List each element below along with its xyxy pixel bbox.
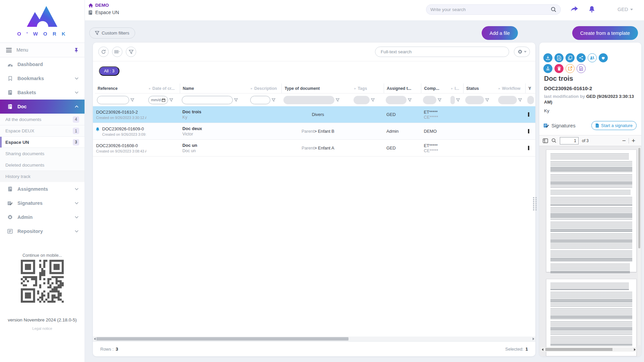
panel-resize-handle[interactable] bbox=[533, 197, 537, 210]
filter-tags-input[interactable] bbox=[354, 96, 370, 104]
breadcrumb-space[interactable]: Espace UN bbox=[88, 10, 119, 15]
sidebar-item-bookmarks[interactable]: Bookmarks bbox=[0, 71, 85, 85]
filter-icon[interactable] bbox=[371, 98, 375, 102]
create-from-template-button[interactable]: Create from a template bbox=[572, 26, 638, 40]
pin-icon[interactable] bbox=[74, 48, 78, 53]
download-button[interactable] bbox=[543, 53, 552, 62]
filter-company-input[interactable] bbox=[423, 96, 436, 104]
table-horizontal-scrollbar[interactable] bbox=[93, 337, 535, 341]
filter-i-input[interactable] bbox=[450, 96, 455, 104]
scroll-left-arrow[interactable] bbox=[94, 338, 96, 340]
pdf-search-icon[interactable] bbox=[551, 138, 556, 143]
filter-icon[interactable] bbox=[485, 98, 489, 102]
sidebar-item-doc[interactable]: Doc bbox=[0, 100, 85, 114]
column-header-type[interactable]: Type of document bbox=[281, 83, 352, 93]
filter-icon[interactable] bbox=[438, 98, 441, 102]
pdf-vertical-scrollbar[interactable] bbox=[638, 147, 641, 345]
sidebar-item-history-track[interactable]: History track bbox=[0, 171, 85, 182]
sidebar-toggle-icon[interactable] bbox=[543, 138, 548, 143]
filter-icon[interactable] bbox=[518, 98, 522, 102]
sidebar-item-baskets[interactable]: Baskets bbox=[0, 85, 85, 100]
filter-icon[interactable] bbox=[130, 98, 134, 102]
filter-date-input[interactable]: mm/d bbox=[148, 96, 168, 104]
filter-workflow-input[interactable] bbox=[498, 96, 517, 104]
sidebar-item-assignments[interactable]: Assignments bbox=[0, 182, 85, 196]
columns-button[interactable] bbox=[112, 47, 122, 57]
scroll-left-arrow[interactable] bbox=[542, 348, 543, 351]
global-search-input[interactable] bbox=[430, 7, 551, 12]
sidebar-item-repository[interactable]: Repository bbox=[0, 224, 85, 238]
filter-icon[interactable] bbox=[456, 98, 460, 102]
table-filter-button[interactable] bbox=[126, 47, 136, 57]
menu-toggle[interactable]: Menu bbox=[0, 43, 85, 57]
table-row[interactable]: DOC230926-01610-2 Created on 9/26/2023 3… bbox=[93, 106, 535, 123]
delete-button[interactable] bbox=[554, 64, 564, 73]
sidebar-item-espace-un[interactable]: Espace UN 3 bbox=[0, 136, 85, 148]
scrollbar-thumb[interactable] bbox=[545, 348, 612, 351]
fulltext-search-input[interactable] bbox=[375, 47, 509, 57]
users-access-button[interactable] bbox=[588, 53, 597, 62]
start-signature-button[interactable]: Start a signature bbox=[591, 121, 637, 130]
pdf-horizontal-scrollbar[interactable] bbox=[541, 347, 637, 352]
notifications-bell-icon[interactable] bbox=[588, 5, 596, 13]
scrollbar-thumb[interactable] bbox=[96, 337, 348, 341]
sidebar-item-all-documents[interactable]: All the documents 4 bbox=[0, 114, 85, 125]
filter-icon[interactable] bbox=[234, 98, 238, 102]
zoom-in-button[interactable]: + bbox=[629, 137, 638, 144]
scroll-right-arrow[interactable] bbox=[533, 338, 534, 340]
favorite-heart-button[interactable] bbox=[599, 53, 608, 62]
breadcrumb-home[interactable]: DEMO bbox=[88, 3, 119, 8]
column-header-description[interactable]: Description bbox=[248, 83, 282, 93]
sidebar-item-admin[interactable]: Admin bbox=[0, 210, 85, 224]
filter-y-input[interactable] bbox=[527, 96, 534, 104]
search-icon[interactable] bbox=[551, 7, 556, 12]
sidebar-item-espace-deux[interactable]: Espace DEUX 1 bbox=[0, 125, 85, 136]
column-header-date[interactable]: Date of cr... bbox=[146, 83, 180, 93]
column-header-reference[interactable]: Reference bbox=[95, 83, 146, 93]
pdf-viewer[interactable]: Il est certain que, si Ravaillac n'avait… bbox=[539, 146, 641, 356]
column-header-tags[interactable]: Tags bbox=[352, 83, 384, 93]
column-header-i[interactable]: I... bbox=[448, 83, 463, 93]
sidebar-item-deleted-documents[interactable]: Deleted documents bbox=[0, 159, 85, 171]
column-header-assigned[interactable]: Assigned t... bbox=[384, 83, 421, 93]
copy-button[interactable] bbox=[566, 53, 575, 62]
column-header-status[interactable]: Status bbox=[463, 83, 496, 93]
pdf-page-input[interactable] bbox=[560, 137, 579, 144]
filter-type-input[interactable] bbox=[283, 96, 334, 104]
custom-filters-button[interactable]: Custom filters bbox=[89, 27, 135, 39]
share-forward-icon[interactable] bbox=[570, 5, 579, 12]
filter-icon[interactable] bbox=[408, 98, 412, 102]
table-row[interactable]: DOC230926-01608-0 Created on 9/26/2023 3… bbox=[93, 140, 535, 157]
upload-version-button[interactable] bbox=[554, 53, 564, 62]
sidebar-item-sharing-documents[interactable]: Sharing documents bbox=[0, 148, 85, 159]
sidebar-item-signatures[interactable]: Signatures bbox=[0, 196, 85, 210]
column-header-workflow[interactable]: Workflow bbox=[496, 83, 526, 93]
share-button[interactable] bbox=[577, 53, 586, 62]
table-settings-button[interactable] bbox=[514, 47, 530, 57]
refresh-button[interactable] bbox=[98, 47, 109, 57]
filter-name-input[interactable] bbox=[182, 96, 233, 104]
sidebar-item-dashboard[interactable]: Dashboard bbox=[0, 57, 85, 71]
filter-icon[interactable] bbox=[169, 98, 173, 102]
filter-icon[interactable] bbox=[336, 98, 339, 102]
filter-reference-input[interactable] bbox=[97, 96, 129, 104]
scroll-right-arrow[interactable] bbox=[634, 348, 636, 351]
column-header-name[interactable]: Name bbox=[180, 83, 248, 93]
filter-status-input[interactable] bbox=[465, 96, 484, 104]
filter-assigned-input[interactable] bbox=[386, 96, 407, 104]
legal-notice-link[interactable]: Legal notice bbox=[0, 326, 85, 330]
table-row[interactable]: DOC230926-01609-0 Created on 9/26/2023 3… bbox=[93, 123, 535, 140]
column-header-company[interactable]: Comp... bbox=[421, 83, 448, 93]
add-file-button[interactable]: Add a file bbox=[482, 26, 518, 40]
column-header-y[interactable]: Y bbox=[525, 83, 535, 93]
all-count-badge[interactable]: All : 3 bbox=[99, 66, 119, 76]
filter-description-input[interactable] bbox=[250, 96, 270, 104]
filter-icon[interactable] bbox=[272, 98, 275, 102]
open-external-button[interactable] bbox=[566, 64, 575, 73]
document-properties-button[interactable] bbox=[577, 64, 586, 73]
user-menu[interactable]: GED bbox=[618, 7, 633, 12]
stamp-button[interactable] bbox=[543, 64, 552, 73]
app-logo[interactable]: O ' W O R K bbox=[0, 0, 85, 37]
zoom-out-button[interactable]: − bbox=[620, 137, 629, 144]
scrollbar-thumb[interactable] bbox=[638, 148, 640, 248]
